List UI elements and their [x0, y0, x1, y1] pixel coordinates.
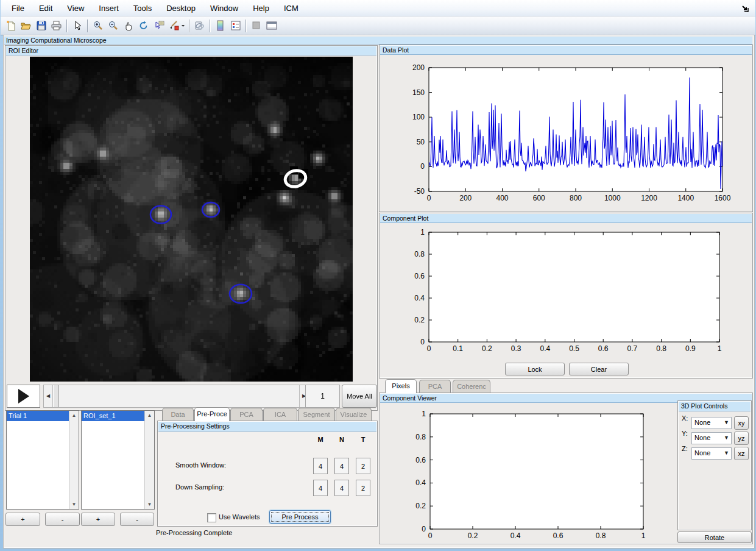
component-viewer-axes[interactable]: 00.20.40.60.8100.20.40.60.81	[380, 402, 675, 544]
svg-text:1000: 1000	[604, 194, 621, 202]
menu-window[interactable]: Window	[203, 1, 246, 15]
print-button[interactable]	[49, 18, 64, 34]
tab-segment[interactable]: Segment	[298, 408, 335, 421]
brush-tool-button[interactable]	[166, 18, 186, 34]
tab-pixels[interactable]: Pixels	[385, 379, 417, 393]
tab-viewer-pca[interactable]: PCA	[419, 380, 451, 393]
pre-process-button[interactable]: Pre Process	[269, 510, 331, 524]
trial-list-item[interactable]: Trial 1	[7, 411, 69, 421]
new-file-button[interactable]	[3, 18, 18, 34]
svg-text:0.6: 0.6	[414, 272, 425, 280]
link-plots-button[interactable]	[192, 18, 207, 34]
move-all-button[interactable]: Move All	[342, 385, 377, 408]
scroll-down-icon[interactable]: ▼	[69, 500, 79, 509]
disabled-panel-icon	[252, 21, 261, 30]
insert-colorbar-button[interactable]	[213, 18, 228, 34]
save-button[interactable]	[34, 18, 49, 34]
menu-insert[interactable]: Insert	[91, 1, 126, 15]
smooth-window-n-field[interactable]: 4	[334, 458, 349, 474]
roi-set-add-button[interactable]: +	[81, 513, 115, 526]
menu-bar: File Edit View Insert Tools Desktop Wind…	[1, 0, 755, 16]
trial-remove-button[interactable]: -	[45, 513, 80, 526]
open-file-button[interactable]	[18, 18, 34, 34]
svg-text:1: 1	[422, 410, 426, 418]
yz-plane-button[interactable]: yz	[734, 432, 749, 445]
dock-arrow-icon[interactable]	[741, 5, 749, 13]
zoom-out-button[interactable]	[105, 18, 121, 34]
insert-legend-button[interactable]	[228, 18, 243, 34]
clear-button[interactable]: Clear	[569, 363, 629, 375]
tab-visualize[interactable]: Visualize	[336, 408, 372, 421]
data-cursor-button[interactable]	[151, 18, 166, 34]
svg-text:0.3: 0.3	[511, 344, 521, 353]
trial-add-button[interactable]: +	[5, 513, 40, 526]
svg-text:1600: 1600	[715, 194, 731, 202]
roi-set-list-item[interactable]: ROI_set_1	[82, 411, 145, 421]
smooth-window-m-field[interactable]: 4	[313, 458, 328, 474]
use-wavelets-checkbox[interactable]	[207, 513, 216, 522]
z-axis-label: Z:	[682, 445, 688, 452]
menu-view[interactable]: View	[60, 1, 91, 15]
tab-pca[interactable]: PCA	[230, 408, 263, 421]
menu-icm[interactable]: ICM	[277, 1, 306, 15]
roi-set-list[interactable]: ROI_set_1 ▲ ▼	[81, 410, 155, 510]
data-plot-header: Data Plot	[380, 46, 752, 55]
smooth-window-t-field[interactable]: 2	[356, 458, 370, 474]
svg-text:0.8: 0.8	[415, 433, 426, 441]
svg-text:0.9: 0.9	[685, 344, 696, 353]
menu-file[interactable]: File	[4, 1, 32, 15]
scroll-up-icon[interactable]: ▲	[69, 411, 79, 420]
pointer-icon	[72, 20, 83, 31]
y-axis-label: Y:	[682, 430, 688, 437]
slider-left-arrow[interactable]: ◀	[44, 385, 53, 407]
plot3d-header: 3D Plot Controls	[679, 402, 751, 411]
xz-plane-button[interactable]: xz	[734, 447, 749, 460]
roi-set-remove-button[interactable]: -	[120, 513, 154, 526]
tab-pre-process[interactable]: Pre-Proce	[194, 407, 230, 421]
roi-editor-header: ROI Editor	[6, 46, 376, 55]
data-plot-axes[interactable]: 02004006008001000120014001600-5005010015…	[380, 54, 754, 212]
trial-list-scrollbar[interactable]: ▲ ▼	[69, 411, 79, 509]
slider-thumb[interactable]	[53, 385, 59, 407]
frame-slider[interactable]: ◀ ▶	[43, 385, 309, 408]
pan-tool-button[interactable]	[121, 18, 136, 34]
down-sampling-n-field[interactable]: 4	[334, 480, 349, 496]
tab-data[interactable]: Data	[162, 408, 194, 421]
x-axis-select[interactable]: None▼	[691, 417, 732, 429]
chevron-down-icon: ▼	[724, 419, 729, 425]
x-axis-label: X:	[682, 414, 688, 422]
menu-edit[interactable]: Edit	[32, 1, 60, 15]
pointer-tool-button[interactable]	[69, 18, 85, 34]
play-button[interactable]	[7, 385, 40, 408]
svg-text:0.4: 0.4	[414, 294, 425, 302]
roi-set-list-scrollbar[interactable]: ▲ ▼	[144, 411, 154, 509]
trial-list[interactable]: Trial 1 ▲ ▼	[6, 410, 79, 510]
rotate-button[interactable]: Rotate	[677, 531, 752, 543]
scroll-up-icon[interactable]: ▲	[145, 411, 154, 420]
y-axis-select[interactable]: None▼	[691, 432, 732, 444]
menu-help[interactable]: Help	[246, 1, 277, 15]
svg-text:0.8: 0.8	[596, 531, 606, 540]
lock-button[interactable]: Lock	[505, 363, 565, 375]
toolbar	[1, 16, 755, 35]
scroll-down-icon[interactable]: ▼	[145, 500, 154, 509]
tab-coherence[interactable]: Coherenc	[453, 380, 490, 393]
menu-tools[interactable]: Tools	[126, 1, 159, 15]
down-sampling-m-field[interactable]: 4	[313, 480, 328, 496]
rotate-3d-button[interactable]	[136, 18, 151, 34]
chevron-down-icon: ▼	[724, 450, 729, 456]
zoom-in-button[interactable]	[90, 18, 105, 34]
component-plot-axes[interactable]: 00.10.20.30.40.50.60.70.80.9100.20.40.60…	[380, 222, 754, 360]
link-plots-icon	[194, 20, 205, 31]
xy-plane-button[interactable]: xy	[734, 416, 749, 430]
frame-number-field[interactable]: 1	[305, 385, 340, 408]
tab-ica[interactable]: ICA	[263, 408, 297, 421]
svg-text:0.4: 0.4	[540, 344, 550, 353]
roi-overlay[interactable]	[30, 57, 353, 382]
menu-desktop[interactable]: Desktop	[159, 1, 203, 15]
z-axis-select[interactable]: None▼	[691, 447, 732, 460]
svg-text:0: 0	[427, 344, 431, 353]
figure-window-button[interactable]	[264, 18, 279, 34]
svg-text:0: 0	[428, 531, 433, 540]
down-sampling-t-field[interactable]: 2	[356, 480, 370, 496]
